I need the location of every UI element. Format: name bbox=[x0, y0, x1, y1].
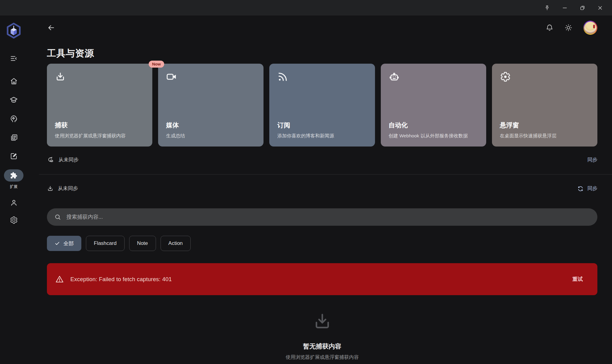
back-button[interactable] bbox=[47, 23, 55, 32]
filter-action-label: Action bbox=[168, 240, 183, 246]
refresh-icon bbox=[577, 186, 584, 192]
sidebar: 扩展 bbox=[0, 16, 27, 364]
cloud-sync-row: 从未同步 同步 bbox=[47, 153, 597, 167]
back-arrow-icon bbox=[47, 23, 55, 32]
empty-state-title: 暂无捕获内容 bbox=[303, 342, 341, 351]
head-gear-icon bbox=[9, 115, 18, 123]
puzzle-icon bbox=[10, 172, 17, 179]
cloud-sync-action-label: 同步 bbox=[587, 157, 597, 163]
robot-icon bbox=[389, 71, 478, 82]
card-subtitle: 使用浏览器扩展或悬浮窗捕获内容 bbox=[55, 133, 144, 139]
person-icon bbox=[10, 199, 18, 207]
user-avatar[interactable] bbox=[583, 21, 597, 35]
sidebar-item-extensions-label: 扩展 bbox=[10, 184, 18, 189]
filter-flashcard[interactable]: Flashcard bbox=[86, 236, 125, 251]
search-input[interactable] bbox=[66, 214, 590, 220]
sun-icon bbox=[564, 24, 572, 32]
sidebar-item-account[interactable] bbox=[10, 199, 18, 207]
maximize-button[interactable] bbox=[574, 0, 591, 16]
sidebar-item-learning[interactable] bbox=[9, 96, 18, 104]
now-badge: Now bbox=[149, 61, 164, 68]
card-title: 捕获 bbox=[55, 121, 144, 129]
cloud-sync-icon bbox=[47, 156, 54, 164]
card-title: 订阅 bbox=[277, 121, 367, 129]
sidebar-item-home[interactable] bbox=[10, 77, 18, 85]
capture-sync-button[interactable]: 同步 bbox=[577, 185, 597, 192]
sidebar-item-settings[interactable] bbox=[10, 216, 18, 224]
filter-note[interactable]: Note bbox=[129, 236, 156, 251]
download-icon bbox=[312, 312, 332, 332]
pin-icon bbox=[544, 5, 550, 11]
home-icon bbox=[10, 77, 18, 85]
error-message: Exception: Failed to fetch captures: 401 bbox=[70, 276, 566, 283]
card-subtitle: 生成总结 bbox=[166, 133, 256, 139]
notifications-button[interactable] bbox=[546, 24, 554, 32]
news-icon bbox=[10, 133, 18, 142]
tool-cards: 捕获 使用浏览器扩展或悬浮窗捕获内容 Now 媒体 生成总结 bbox=[47, 64, 597, 147]
main-content: 工具与资源 捕获 使用浏览器扩展或悬浮窗捕获内容 Now bbox=[27, 16, 612, 364]
sidebar-item-compose[interactable] bbox=[10, 152, 18, 160]
close-icon bbox=[597, 5, 603, 11]
content-header bbox=[47, 16, 597, 40]
warning-icon bbox=[55, 275, 64, 284]
card-title: 悬浮窗 bbox=[500, 121, 589, 129]
card-capture[interactable]: 捕获 使用浏览器扩展或悬浮窗捕获内容 bbox=[47, 64, 152, 147]
page-title: 工具与资源 bbox=[47, 48, 597, 58]
capture-sync-status: 从未同步 bbox=[58, 185, 78, 192]
minimize-button[interactable] bbox=[556, 0, 574, 16]
section-divider bbox=[39, 174, 612, 175]
edit-icon bbox=[10, 152, 18, 160]
gear-icon bbox=[10, 216, 18, 224]
card-subscription[interactable]: 订阅 添加你喜欢的博客和新闻源 bbox=[269, 64, 375, 147]
empty-state-subtitle: 使用浏览器扩展或悬浮窗捕获内容 bbox=[286, 354, 359, 361]
retry-button[interactable]: 重试 bbox=[572, 276, 583, 283]
filter-chips: 全部 Flashcard Note Action bbox=[47, 236, 597, 251]
avatar-image bbox=[584, 22, 596, 34]
filter-all[interactable]: 全部 bbox=[47, 236, 81, 251]
window-titlebar bbox=[0, 0, 612, 16]
search-icon bbox=[54, 214, 61, 221]
card-subtitle: 在桌面显示快速捕获悬浮层 bbox=[500, 133, 589, 139]
sidebar-item-ai[interactable] bbox=[9, 115, 18, 123]
pin-window-button[interactable] bbox=[538, 0, 556, 16]
minimize-icon bbox=[562, 5, 568, 11]
download-icon bbox=[55, 71, 144, 82]
collapse-menu-button[interactable] bbox=[10, 55, 18, 62]
gear-icon bbox=[500, 71, 589, 82]
filter-note-label: Note bbox=[137, 240, 148, 246]
cloud-sync-status: 从未同步 bbox=[58, 157, 79, 163]
capture-sync-action-label: 同步 bbox=[587, 185, 597, 192]
capture-sync-row: 从未同步 同步 bbox=[47, 182, 597, 195]
bell-icon bbox=[546, 24, 554, 32]
graduation-cap-icon bbox=[9, 96, 18, 104]
cloud-sync-button[interactable]: 同步 bbox=[587, 157, 597, 163]
maximize-restore-icon bbox=[579, 5, 585, 11]
card-title: 自动化 bbox=[389, 121, 478, 129]
filter-action[interactable]: Action bbox=[161, 236, 191, 251]
download-icon bbox=[47, 185, 54, 192]
card-subtitle: 添加你喜欢的博客和新闻源 bbox=[277, 133, 367, 139]
rss-icon bbox=[277, 71, 367, 82]
card-media[interactable]: Now 媒体 生成总结 bbox=[158, 64, 264, 147]
card-float-window[interactable]: 悬浮窗 在桌面显示快速捕获悬浮层 bbox=[492, 64, 597, 147]
close-button[interactable] bbox=[591, 0, 609, 16]
filter-flashcard-label: Flashcard bbox=[94, 240, 117, 246]
sidebar-item-extensions[interactable] bbox=[4, 169, 23, 182]
filter-all-label: 全部 bbox=[63, 240, 74, 247]
search-bar bbox=[47, 208, 597, 226]
card-subtitle: 创建 Webhook 以从外部服务接收数据 bbox=[389, 133, 478, 139]
empty-state: 暂无捕获内容 使用浏览器扩展或悬浮窗捕获内容 bbox=[47, 312, 597, 361]
error-banner: Exception: Failed to fetch captures: 401… bbox=[47, 263, 597, 295]
collapse-menu-icon bbox=[10, 55, 18, 62]
check-icon bbox=[55, 241, 60, 246]
card-title: 媒体 bbox=[166, 121, 256, 129]
theme-toggle-button[interactable] bbox=[564, 24, 572, 32]
app-logo[interactable] bbox=[5, 22, 22, 41]
card-automation[interactable]: 自动化 创建 Webhook 以从外部服务接收数据 bbox=[381, 64, 486, 147]
sidebar-item-news[interactable] bbox=[10, 133, 18, 142]
video-camera-icon bbox=[166, 71, 256, 82]
